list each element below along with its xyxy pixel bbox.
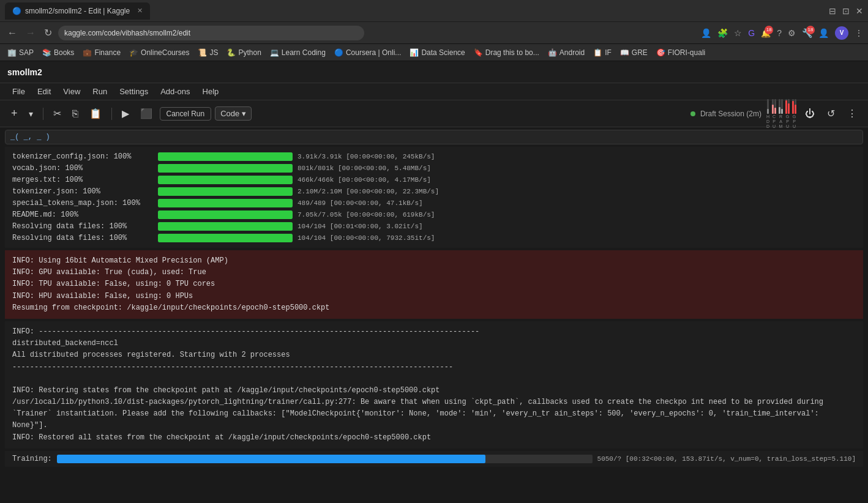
bookmark-data-science-icon: 📊 [410,48,419,57]
code-type-label: Code [220,109,239,118]
copy-button[interactable]: ⎘ [69,106,82,122]
notification-badge[interactable]: 🔔 18 [761,28,771,38]
log-line-1: distributed_backend=nccl [12,338,856,349]
bookmark-gre[interactable]: 📖 GRE [618,47,650,58]
progress-row-6: Resolving data files: 100% 104/104 [00:0… [12,222,856,231]
menu-help[interactable]: Help [198,86,224,97]
profile-icon[interactable]: 👤 [701,28,711,38]
progress-label-2: merges.txt: 100% [12,176,153,184]
chrome-window-controls: ⊟ ⊡ ✕ [829,6,863,16]
jupyter-toolbar: + ▾ ✂ ⎘ 📋 ▶ ⬛ Cancel Run Code ▾ Draft Se… [0,100,868,127]
bookmark-data-science-label: Data Science [421,48,465,57]
menu-settings[interactable]: Settings [114,86,153,97]
bookmark-data-science[interactable]: 📊 Data Science [407,47,467,58]
progress-bar-1 [158,164,293,173]
address-bar-row: ← → ↻ kaggle.com/code/vibhash/smollm2/ed… [0,22,868,44]
stop-button[interactable]: ⬛ [137,105,156,122]
jupyter-menubar: File Edit View Run Settings Add-ons Help [0,83,868,100]
cancel-run-button[interactable]: Cancel Run [160,107,212,121]
minimize-icon[interactable]: ⊟ [829,6,836,16]
close-window-icon[interactable]: ✕ [856,6,863,16]
progress-label-4: special_tokens_map.json: 100% [12,199,153,207]
bookmark-learn-coding-label: Learn Coding [282,48,326,57]
progress-bar-7 [158,234,293,242]
progress-label-7: Resolving data files: 100% [12,234,153,242]
bookmark-android[interactable]: 🤖 Android [545,47,587,58]
menu-addons[interactable]: Add-ons [155,86,195,97]
user-profile-circle[interactable]: V [835,26,848,40]
bookmark-drag[interactable]: 🔖 Drag this to bo... [471,47,542,58]
browser-tab[interactable]: 🔵 smollm2/smollm2 - Edit | Kaggle ✕ [5,2,150,20]
cell-type-chevron[interactable]: ▾ [25,106,37,121]
bookmark-gre-label: GRE [632,48,648,57]
add-cell-button[interactable]: + [7,105,21,122]
star-icon[interactable]: ☆ [734,28,742,38]
bookmark-books[interactable]: 📚 Books [40,47,77,58]
gpu1-label: G [786,114,789,119]
menu-file[interactable]: File [7,86,30,97]
progress-label-0: tokenizer_config.json: 100% [12,152,153,161]
bookmark-finance[interactable]: 💼 Finance [80,47,123,58]
log-line-3: ----------------------------------------… [12,362,856,373]
extension-badge-2[interactable]: 🔧 18 [802,28,812,38]
bookmark-coursera[interactable]: 🔵 Coursera | Onli... [332,47,403,58]
bookmark-books-icon: 📚 [42,48,51,57]
training-section: Training: 5050/? [00:32<00:00, 153.87it/… [5,451,863,467]
tab-title: smollm2/smollm2 - Edit | Kaggle [25,7,130,15]
bookmark-learn-coding[interactable]: 💻 Learn Coding [268,47,328,58]
menu-dots[interactable]: ⋮ [855,28,863,38]
bookmarks-bar: 🏢 SAP 📚 Books 💼 Finance 🎓 OnlineCourses … [0,44,868,61]
menu-edit[interactable]: Edit [32,86,56,97]
refresh-button[interactable]: ↻ [42,26,54,40]
menu-run[interactable]: Run [88,86,112,97]
bookmark-sap[interactable]: 🏢 SAP [5,47,36,58]
progress-stats-0: 3.91k/3.91k [00:00<00:00, 245kB/s] [297,153,435,160]
bookmark-python-icon: 🐍 [226,48,236,57]
bookmark-js-label: JS [209,48,218,57]
gpu1-resource: G P U [785,99,790,129]
training-bar-container [57,455,593,463]
training-stats: 5050/? [00:32<00:00, 153.87it/s, v_num=0… [597,455,856,463]
dropdown-chevron-icon: ▾ [242,109,246,118]
back-button[interactable]: ← [5,26,20,40]
log-line-2: All distributed processes registered. St… [12,349,856,361]
jupyter-notebook-header: smollm2 [0,61,868,83]
kernel-type-dropdown[interactable]: Code ▾ [215,106,252,121]
cut-button[interactable]: ✂ [50,105,65,122]
close-tab-icon[interactable]: ✕ [137,7,143,15]
bookmark-books-label: Books [54,48,74,57]
help-icon[interactable]: ? [777,28,782,38]
paste-button[interactable]: 📋 [86,105,105,122]
maximize-icon[interactable]: ⊡ [842,6,850,16]
bookmark-python[interactable]: 🐍 Python [224,47,263,58]
bookmark-onlinecourses[interactable]: 🎓 OnlineCourses [127,47,192,58]
cell-code-text: _( _, _ ) [10,133,50,141]
extensions-badge[interactable]: 🧩 [717,28,728,38]
more-options-button[interactable]: ⋮ [844,105,861,122]
forward-button[interactable]: → [23,26,38,40]
gemini-icon[interactable]: G [748,28,755,38]
ram-resource: R A M [779,99,783,129]
run-button[interactable]: ▶ [118,105,133,122]
restart-button[interactable]: ↺ [823,105,839,122]
bookmark-if[interactable]: 📋 IF [591,47,614,58]
progress-row-4: special_tokens_map.json: 100% 489/489 [0… [12,199,856,207]
notebook-output-area: _( _, _ ) tokenizer_config.json: 100% 3.… [0,127,868,503]
bookmark-sap-label: SAP [19,48,34,57]
bookmark-js[interactable]: 📜 JS [195,47,220,58]
menu-view[interactable]: View [58,86,85,97]
bookmark-sap-icon: 🏢 [7,48,17,57]
user-avatar[interactable]: 👤 [818,28,829,38]
bookmark-onlinecourses-label: OnlineCourses [141,48,189,57]
progress-stats-6: 104/104 [00:01<00:00, 3.02it/s] [297,223,423,230]
cell-code-hint: _( _, _ ) [5,130,863,144]
progress-fill-1 [158,164,293,173]
progress-fill-6 [158,222,293,231]
gpu2-label: G [793,114,796,119]
bookmark-fiori[interactable]: 🎯 FIORI-quali [654,47,708,58]
power-button[interactable]: ⏻ [801,106,818,122]
bookmark-python-label: Python [238,48,261,57]
address-input[interactable]: kaggle.com/code/vibhash/smollm2/edit [58,26,364,40]
progress-fill-2 [158,176,293,184]
settings-icon[interactable]: ⚙ [788,28,796,38]
